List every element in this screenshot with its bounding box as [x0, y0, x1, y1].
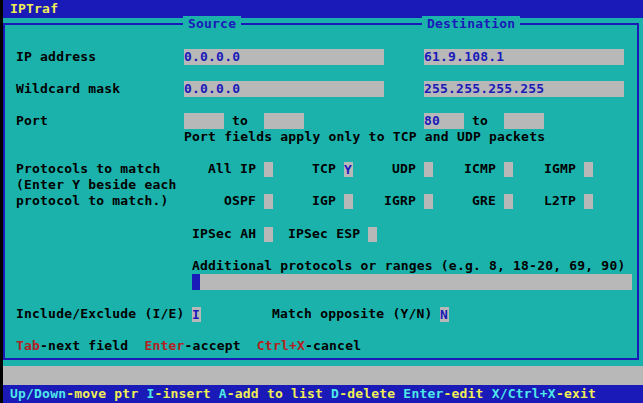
source-section-label: Source [183, 16, 241, 32]
screen-left-edge [0, 0, 3, 403]
source-port-to-field[interactable] [264, 113, 304, 129]
status-insert-desc: -insert [155, 386, 211, 401]
hint-enter-desc: -accept [185, 338, 241, 353]
source-port-to-label: to [232, 113, 248, 129]
destination-wildcard-field[interactable]: 255.255.255.255 [424, 81, 624, 97]
statusbar-hints: Up/Down-move ptr I-insert A-add to list … [10, 385, 596, 403]
include-exclude-label: Include/Exclude (I/E) [16, 306, 185, 322]
protocol-igrp-label: IGRP [384, 193, 416, 209]
protocol-igmp-label: IGMP [544, 161, 576, 177]
hint-tab-key: Tab [16, 338, 40, 353]
protocol-gre-label: GRE [472, 193, 496, 209]
protocol-icmp-label: ICMP [464, 161, 496, 177]
status-edit-key: Enter [403, 386, 443, 401]
protocols-label-line3: protocol to match.) [16, 193, 169, 209]
protocol-tcp-label: TCP [312, 161, 336, 177]
hint-ctrlx-desc: -cancel [305, 338, 361, 353]
status-updown-key: Up/Down [10, 386, 66, 401]
protocol-udp-label: UDP [392, 161, 416, 177]
match-opposite-label: Match opposite (Y/N) [272, 306, 433, 322]
additional-protocols-label: Additional protocols or ranges (e.g. 8, … [192, 258, 625, 274]
match-opposite-field[interactable]: N [440, 307, 449, 322]
hint-tab-desc: -next field [40, 338, 128, 353]
protocol-ipsec-ah-label: IPSec AH [192, 226, 256, 242]
status-exit-key: X/Ctrl+X [492, 386, 556, 401]
protocol-igp-checkbox[interactable] [344, 194, 353, 209]
destination-port-from-field[interactable]: 80 [424, 113, 464, 129]
source-port-from-field[interactable] [184, 113, 224, 129]
protocol-ospf-checkbox[interactable] [264, 194, 273, 209]
ip-address-label: IP address [16, 49, 96, 65]
status-updown-desc: -move ptr [66, 386, 138, 401]
separator-strip [0, 366, 643, 385]
destination-section-label: Destination [422, 16, 520, 32]
protocol-icmp-checkbox[interactable] [504, 162, 513, 177]
additional-protocols-field[interactable] [192, 274, 632, 290]
protocol-igrp-checkbox[interactable] [424, 194, 433, 209]
status-delete-desc: -delete [339, 386, 395, 401]
protocol-udp-checkbox[interactable] [424, 162, 433, 177]
protocol-ospf-label: OSPF [224, 193, 256, 209]
destination-ip-field[interactable]: 61.9.108.1 [424, 49, 624, 65]
include-exclude-field[interactable]: I [192, 307, 201, 322]
protocol-allip-checkbox[interactable] [264, 162, 273, 177]
dialog-key-hints: Tab-next field Enter-accept Ctrl+X-cance… [16, 338, 361, 354]
iptraf-screen: IPTraf Source Destination IP address 0.0… [0, 0, 643, 403]
app-title: IPTraf [10, 0, 58, 18]
wildcard-mask-label: Wildcard mask [16, 81, 120, 97]
protocols-label-line2: (Enter Y beside each [16, 177, 177, 193]
protocol-ipsec-esp-label: IPSec ESP [288, 226, 360, 242]
protocol-ipsec-esp-checkbox[interactable] [368, 227, 377, 242]
hint-ctrlx-key: Ctrl+X [257, 338, 305, 353]
source-ip-field[interactable]: 0.0.0.0 [184, 49, 384, 65]
status-insert-key: I [146, 386, 154, 401]
destination-port-to-field[interactable] [504, 113, 544, 129]
protocol-allip-label: All IP [208, 161, 256, 177]
text-cursor [192, 274, 200, 290]
hint-enter-key: Enter [144, 338, 184, 353]
titlebar: IPTraf [0, 0, 643, 18]
destination-port-to-label: to [472, 113, 488, 129]
protocol-l2tp-checkbox[interactable] [584, 194, 593, 209]
status-edit-desc: -edit [444, 386, 484, 401]
protocol-igmp-checkbox[interactable] [584, 162, 593, 177]
status-exit-desc: -exit [556, 386, 596, 401]
source-wildcard-field[interactable]: 0.0.0.0 [184, 81, 384, 97]
protocol-igp-label: IGP [312, 193, 336, 209]
port-label: Port [16, 113, 48, 129]
protocol-l2tp-label: L2TP [544, 193, 576, 209]
status-add-desc: -add to list [227, 386, 323, 401]
protocol-ipsec-ah-checkbox[interactable] [264, 227, 273, 242]
protocols-label-line1: Protocols to match [16, 161, 160, 177]
protocol-tcp-checkbox[interactable]: Y [344, 162, 353, 177]
statusbar: Up/Down-move ptr I-insert A-add to list … [0, 385, 643, 403]
status-delete-key: D [331, 386, 339, 401]
status-add-key: A [219, 386, 227, 401]
protocol-gre-checkbox[interactable] [504, 194, 513, 209]
port-note: Port fields apply only to TCP and UDP pa… [184, 129, 545, 145]
